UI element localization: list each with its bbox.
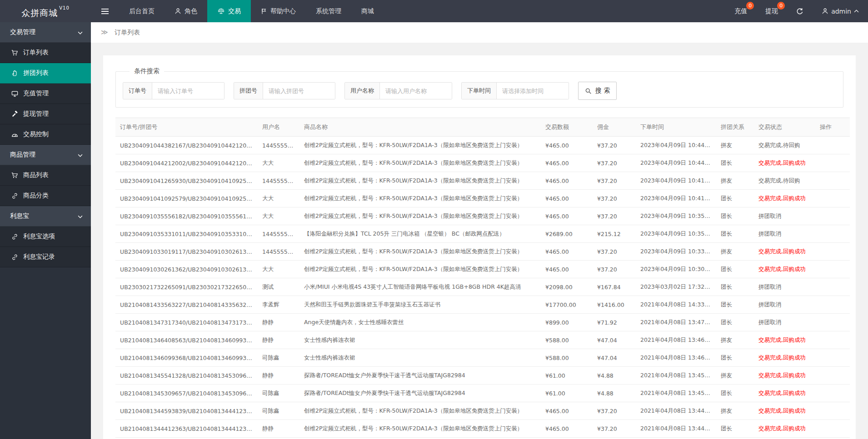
orders-table-header: 订单号/拼团号用户名商品名称交易数额佣金下单时间拼团关系交易状态操作 (115, 118, 850, 137)
cell-relation: 团长 (716, 225, 754, 243)
app-title: 众拼商城 (21, 8, 58, 18)
cell-relation: 团长 (716, 278, 754, 296)
cell-order-no: UB2304091035556182/UB2304091035556182 (115, 207, 258, 225)
sidebar-section-interest[interactable]: 利息宝 (0, 206, 91, 227)
table-row: UB2303021732265091/UB2303021732265091 测试… (115, 278, 850, 296)
nav-item-trade[interactable]: 交易 (207, 0, 251, 22)
nav-item-mall[interactable]: 商城 (351, 0, 384, 22)
cell-order-no: UB2104081327073727/UB2104081324092631 (115, 438, 258, 439)
recharge-badge: 0 (746, 2, 754, 10)
cell-status: 拼团取消 (754, 207, 815, 225)
search-button-label: 搜 索 (595, 87, 610, 95)
cell-status: 交易完成,回购成功 (754, 402, 815, 420)
cell-amount: ¥899.00 (541, 314, 593, 331)
cell-time: 2021年04月08日 14:33:56 (636, 296, 716, 314)
app-version: V10 (59, 5, 70, 10)
sidebar-item-withdraw-manage[interactable]: 提现管理 (0, 104, 91, 124)
sidebar-toggle-button[interactable] (91, 0, 119, 22)
scales-icon (217, 8, 225, 15)
search-input-order-no[interactable] (152, 83, 224, 99)
cell-order-no: UB2104081347317340/UB2104081347317340 (115, 314, 258, 331)
cell-username: 静静 (258, 420, 299, 438)
column-header-6: 拼团关系 (716, 118, 754, 137)
table-row: UB2104081346408563/UB2104081346099368 静静… (115, 331, 850, 349)
cell-status: 交易完成,回购成功 (754, 385, 815, 402)
cell-status: 交易完成,回购成功 (754, 190, 815, 207)
cell-status: 交易完成,待回购 (754, 137, 815, 154)
column-header-0: 订单号/拼团号 (115, 118, 258, 137)
cell-order-no: UB2104081346408563/UB2104081346099368 (115, 331, 258, 349)
cell-product: 创维2P定频立式柜机，型号：KFR-50LW/F2DA1A-3（限如皋地区免费送… (299, 172, 541, 190)
cell-amount: ¥2098.00 (541, 278, 593, 296)
cell-relation: 拼友 (716, 172, 754, 190)
search-input-group-no[interactable] (263, 83, 335, 99)
withdraw-nav-button[interactable]: 提现 0 (756, 0, 787, 22)
table-row: UB2104081347317340/UB2104081347317340 静静… (115, 314, 850, 331)
sidebar-section-trade-manage[interactable]: 交易管理 (0, 22, 91, 43)
sidebar-item-group-list[interactable]: 拼团列表 (0, 63, 91, 84)
search-input-user-name[interactable] (380, 83, 452, 99)
search-button[interactable]: 搜 索 (578, 82, 617, 100)
search-input-order-time[interactable] (497, 83, 569, 99)
cell-relation: 拼友 (716, 438, 754, 439)
sidebar-item-recharge-manage[interactable]: 充值管理 (0, 84, 91, 104)
nav-item-dashboard[interactable]: 后台首页 (119, 0, 165, 22)
search-icon (585, 88, 592, 94)
cell-order-no: UB2104081433563227/UB2104081433563227 (115, 296, 258, 314)
sidebar-item-goods-list[interactable]: 商品列表 (0, 165, 91, 186)
column-header-7: 交易状态 (754, 118, 815, 137)
cell-username: 静静 (258, 367, 299, 385)
cell-relation: 团长 (716, 314, 754, 331)
cell-amount: ¥2689.00 (541, 225, 593, 243)
cell-amount: ¥465.00 (541, 172, 593, 190)
cell-relation: 团长 (716, 207, 754, 225)
cell-product: 天然和田玉手链男款圆珠碧玉手串菠菜绿玉石玉器证书 (299, 296, 541, 314)
cell-time: 2021年04月08日 13:46:40 (636, 331, 716, 349)
user-menu[interactable]: admin (813, 0, 868, 22)
cell-status: 拼团取消 (754, 296, 815, 314)
chevron-up-icon (854, 10, 859, 13)
cell-commission: ¥37.20 (593, 420, 636, 438)
cell-relation: 团长 (716, 296, 754, 314)
cell-action (815, 438, 850, 439)
cell-amount: ¥465.00 (541, 243, 593, 261)
search-field-label-user-name: 用户名称 (345, 83, 380, 99)
cell-order-no: UB2303021732265091/UB2303021732265091 (115, 278, 258, 296)
column-header-3: 交易数额 (541, 118, 593, 137)
cell-action (815, 137, 850, 154)
sidebar-item-trade-control[interactable]: 交易控制 (0, 124, 91, 145)
cell-time: 2021年04月08日 13:44:41 (636, 420, 716, 438)
nav-item-help[interactable]: 帮助中心 (251, 0, 306, 22)
sidebar-section-goods-manage[interactable]: 商品管理 (0, 145, 91, 165)
nav-item-system[interactable]: 系统管理 (306, 0, 351, 22)
cell-username: 14455556666 (258, 243, 299, 261)
chevron-down-icon (78, 215, 83, 218)
sidebar-item-order-list[interactable]: 订单列表 (0, 43, 91, 63)
sidebar-item-interest-options[interactable]: 利息宝选项 (0, 227, 91, 247)
column-header-5: 下单时间 (636, 118, 716, 137)
cell-product: 探路者/TOREADt恤女户外夏季快干速干透气运动服TAJG82984 (299, 385, 541, 402)
cell-order-no: UB2304091041265930/UB2304091041092579 (115, 172, 258, 190)
table-row: UB2304091044212002/UB2304091044212002 大大… (115, 154, 850, 172)
user-icon (822, 8, 828, 15)
cell-amount: ¥465.00 (541, 137, 593, 154)
app-logo[interactable]: 众拼商城V10 (0, 0, 91, 22)
cell-order-no: UB2304091044212002/UB2304091044212002 (115, 154, 258, 172)
cell-product: 女士性感内裤连衣裙 (299, 349, 541, 367)
nav-item-roles[interactable]: 角色 (165, 0, 207, 22)
sidebar-item-goods-category[interactable]: 商品分类 (0, 186, 91, 206)
cell-product: 创维2P定频立式柜机，型号：KFR-50LW/F2DA1A-3（限如皋地区免费送… (299, 243, 541, 261)
withdraw-label: 提现 (765, 7, 778, 15)
cell-action (815, 154, 850, 172)
cell-username: 14455556666 (258, 137, 299, 154)
cell-time: 2023年04月09日 10:44:21 (636, 154, 716, 172)
cell-action (815, 207, 850, 225)
breadcrumb-label: 订单列表 (115, 29, 140, 36)
search-field-label-order-no: 订单号 (123, 83, 152, 99)
cell-username: 司陈鑫 (258, 385, 299, 402)
sidebar-item-interest-records[interactable]: 利息宝记录 (0, 247, 91, 267)
refresh-button[interactable] (787, 0, 813, 22)
cell-commission: ¥47.04 (593, 331, 636, 349)
recharge-nav-button[interactable]: 充值 0 (725, 0, 756, 22)
cell-order-no: UB2104081346099368/UB2104081346099368 (115, 349, 258, 367)
